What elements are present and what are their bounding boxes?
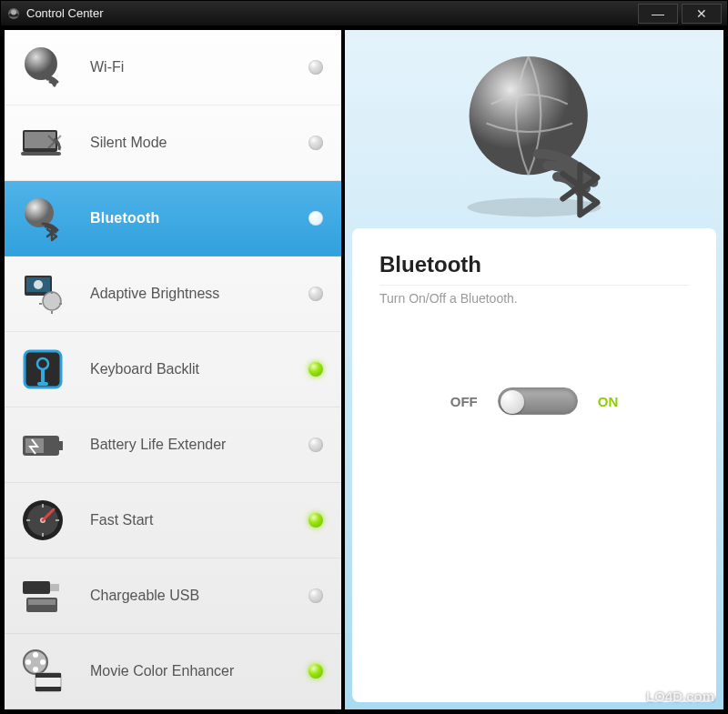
toggle-on-label: ON <box>598 394 619 409</box>
sidebar-item-battery-life-extender[interactable]: Battery Life Extender <box>5 407 341 483</box>
svg-point-2 <box>11 9 16 15</box>
client-area: Wi-Fi Silent Mode <box>1 26 727 713</box>
app-icon <box>6 6 21 21</box>
toggle-row: OFF ON <box>379 387 689 415</box>
sidebar-item-label: Fast Start <box>90 511 153 529</box>
sidebar-item-label: Silent Mode <box>90 134 167 152</box>
bluetooth-globe-icon <box>17 193 68 244</box>
sidebar-item-label: Movie Color Enhancer <box>90 662 234 680</box>
sidebar-item-label: Bluetooth <box>90 209 159 227</box>
svg-point-34 <box>25 659 31 665</box>
sidebar-item-silent-mode[interactable]: Silent Mode <box>5 106 341 181</box>
minimize-button[interactable]: — <box>638 4 678 24</box>
control-center-window: Control Center — ✕ Wi-Fi <box>0 0 728 714</box>
window-title: Control Center <box>26 6 634 20</box>
brightness-icon <box>17 268 68 319</box>
sidebar-item-fast-start[interactable]: Fast Start <box>5 483 341 558</box>
sidebar-item-label: Adaptive Brightness <box>90 285 219 303</box>
status-indicator <box>308 664 323 679</box>
status-indicator <box>308 362 323 377</box>
keyboard-backlit-icon <box>17 344 68 395</box>
svg-point-11 <box>43 292 61 310</box>
svg-rect-14 <box>41 369 45 382</box>
svg-rect-6 <box>21 152 61 156</box>
sidebar-item-movie-color-enhancer[interactable]: Movie Color Enhancer <box>5 634 341 709</box>
battery-icon <box>17 419 68 470</box>
wifi-globe-icon <box>17 42 68 93</box>
svg-point-7 <box>25 198 54 227</box>
sidebar-item-wifi[interactable]: Wi-Fi <box>5 30 341 106</box>
svg-point-10 <box>34 280 43 289</box>
sidebar-item-keyboard-backlit[interactable]: Keyboard Backlit <box>5 332 341 407</box>
status-indicator <box>308 60 323 75</box>
svg-point-3 <box>25 47 57 80</box>
svg-rect-17 <box>59 441 63 450</box>
sidebar-item-label: Chargeable USB <box>90 587 199 605</box>
usb-icon <box>17 570 68 621</box>
svg-point-32 <box>40 659 46 665</box>
svg-rect-29 <box>28 599 56 605</box>
movie-icon <box>17 646 68 697</box>
sidebar-item-bluetooth[interactable]: Bluetooth <box>5 181 341 256</box>
silent-mode-icon <box>17 117 68 168</box>
status-indicator <box>308 437 323 452</box>
svg-rect-36 <box>35 673 61 678</box>
svg-rect-26 <box>23 581 50 594</box>
status-indicator <box>308 211 323 226</box>
sidebar-item-label: Wi-Fi <box>90 58 124 76</box>
svg-rect-37 <box>35 687 61 691</box>
svg-point-33 <box>33 667 38 672</box>
toggle-off-label: OFF <box>450 394 478 409</box>
panel-description: Turn On/Off a Bluetooth. <box>379 285 689 306</box>
detail-panel: Bluetooth Turn On/Off a Bluetooth. OFF O… <box>352 228 716 702</box>
toggle-knob <box>500 390 524 414</box>
status-indicator <box>308 136 323 150</box>
titlebar[interactable]: Control Center — ✕ <box>1 1 727 26</box>
svg-rect-15 <box>37 382 48 386</box>
status-indicator <box>308 588 323 603</box>
sidebar-item-label: Keyboard Backlit <box>90 360 199 378</box>
bluetooth-toggle[interactable] <box>498 387 578 415</box>
svg-rect-27 <box>50 584 59 591</box>
sidebar: Wi-Fi Silent Mode <box>5 30 341 709</box>
hero-illustration <box>352 37 716 228</box>
panel-title: Bluetooth <box>379 252 689 277</box>
close-button[interactable]: ✕ <box>682 4 722 24</box>
fast-start-icon <box>17 495 68 546</box>
status-indicator <box>308 513 323 528</box>
svg-point-31 <box>33 652 38 658</box>
sidebar-item-adaptive-brightness[interactable]: Adaptive Brightness <box>5 256 341 332</box>
main-panel: Bluetooth Turn On/Off a Bluetooth. OFF O… <box>345 30 723 709</box>
status-indicator <box>308 287 323 301</box>
sidebar-item-chargeable-usb[interactable]: Chargeable USB <box>5 558 341 634</box>
sidebar-item-label: Battery Life Extender <box>90 436 226 454</box>
